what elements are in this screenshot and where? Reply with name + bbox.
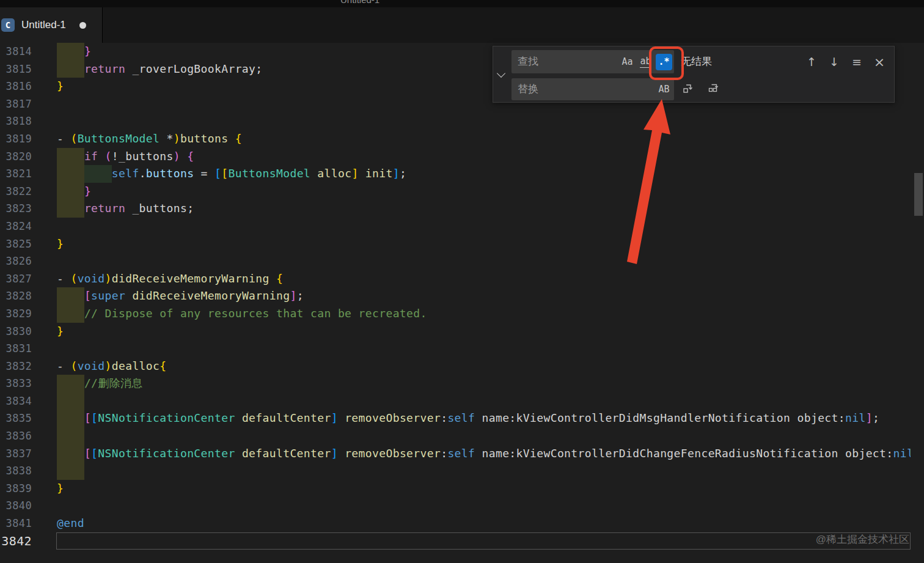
- find-previous-button[interactable]: ↑: [804, 54, 819, 69]
- replace-icon: [683, 83, 694, 94]
- code-line[interactable]: 3835 [[NSNotificationCenter defaultCente…: [0, 410, 924, 427]
- close-find-button[interactable]: ×: [872, 54, 887, 69]
- line-number[interactable]: 3837: [0, 445, 32, 463]
- line-number[interactable]: 3829: [0, 305, 32, 323]
- line-number[interactable]: 3820: [0, 148, 32, 166]
- code-line[interactable]: 3832- (void)dealloc{: [0, 358, 924, 375]
- line-number[interactable]: 3819: [0, 130, 32, 148]
- code-line-text: [57, 462, 911, 480]
- code-line[interactable]: 3826: [0, 252, 924, 270]
- vscode-window: Untitled-1 C Untitled-1 3814 }3815 retur…: [0, 0, 924, 563]
- code-line[interactable]: 3822 }: [0, 183, 924, 201]
- code-line[interactable]: 3828 [super didReceiveMemoryWarning];: [0, 287, 924, 305]
- line-number[interactable]: 3817: [0, 95, 32, 113]
- arrow-down-icon: ↓: [829, 55, 839, 68]
- line-number[interactable]: 3824: [0, 218, 32, 235]
- line-number[interactable]: 3828: [0, 287, 32, 305]
- code-line[interactable]: 3819- (ButtonsModel *)buttons {: [0, 130, 924, 148]
- line-number[interactable]: 3830: [0, 323, 32, 340]
- replace-all-icon: [708, 83, 719, 94]
- toggle-replace-button[interactable]: [493, 46, 509, 102]
- line-number[interactable]: 3823: [0, 200, 32, 218]
- code-line-text: [57, 218, 911, 235]
- code-line[interactable]: 3829 // Dispose of any resources that ca…: [0, 305, 924, 323]
- find-next-button[interactable]: ↓: [827, 54, 842, 69]
- code-line[interactable]: 3831: [0, 340, 924, 358]
- code-line-text: if (!_buttons) {: [57, 148, 911, 166]
- line-number[interactable]: 3838: [0, 462, 32, 480]
- line-number[interactable]: 3836: [0, 427, 32, 445]
- line-number[interactable]: 3833: [0, 375, 32, 392]
- line-number[interactable]: 3831: [0, 340, 32, 358]
- code-line[interactable]: 3842: [0, 532, 924, 550]
- tab-untitled-1[interactable]: C Untitled-1: [0, 7, 103, 43]
- replace-all-button[interactable]: [706, 81, 721, 95]
- line-number[interactable]: 3814: [0, 43, 32, 61]
- replace-input[interactable]: [512, 83, 656, 95]
- code-line[interactable]: 3821 self.buttons = [[ButtonsModel alloc…: [0, 165, 924, 183]
- code-line[interactable]: 3838: [0, 462, 924, 480]
- line-number[interactable]: 3821: [0, 165, 32, 183]
- close-icon: ×: [874, 54, 885, 70]
- match-case-toggle[interactable]: Aa: [619, 54, 636, 70]
- code-line-text: // Dispose of any resources that can be …: [57, 305, 911, 323]
- code-line-text: [57, 532, 911, 550]
- code-line[interactable]: 3830}: [0, 323, 924, 340]
- code-line-text: self.buttons = [[ButtonsModel alloc] ini…: [57, 165, 911, 183]
- code-line-text: @end: [57, 515, 911, 532]
- code-line-text: [57, 252, 911, 270]
- line-number[interactable]: 3816: [0, 78, 32, 95]
- code-line[interactable]: 3834: [0, 392, 924, 410]
- line-number[interactable]: 3815: [0, 61, 32, 78]
- line-number[interactable]: 3839: [0, 480, 32, 498]
- objective-c-file-icon: C: [1, 18, 15, 32]
- code-line-text: - (void)didReceiveMemoryWarning {: [57, 270, 911, 288]
- preserve-case-toggle[interactable]: AB: [656, 81, 672, 98]
- code-line[interactable]: 3820 if (!_buttons) {: [0, 148, 924, 166]
- title-bar: Untitled-1: [0, 0, 924, 7]
- code-line-text: [57, 392, 911, 410]
- replace-button[interactable]: [681, 81, 695, 95]
- code-line-text: [[NSNotificationCenter defaultCenter] re…: [57, 410, 911, 427]
- tab-label: Untitled-1: [21, 19, 66, 31]
- line-number[interactable]: 3841: [0, 515, 32, 532]
- line-number[interactable]: 3826: [0, 252, 32, 270]
- code-line[interactable]: 3837 [[NSNotificationCenter defaultCente…: [0, 445, 924, 463]
- code-line-text: [super didReceiveMemoryWarning];: [57, 287, 911, 305]
- regex-toggle[interactable]: .*: [656, 54, 672, 70]
- code-line-text: }: [57, 323, 911, 340]
- code-line[interactable]: 3818: [0, 112, 924, 130]
- line-number[interactable]: 3840: [0, 497, 32, 515]
- code-line[interactable]: 3836: [0, 427, 924, 445]
- chevron-down-icon: [497, 68, 505, 77]
- code-line-text: [57, 112, 911, 130]
- whole-word-toggle[interactable]: ab: [637, 54, 654, 70]
- code-line[interactable]: 3823 return _buttons;: [0, 200, 924, 218]
- code-line[interactable]: 3841@end: [0, 515, 924, 532]
- find-field: Aa ab .*: [512, 50, 674, 73]
- find-actions: ↑ ↓ ≡ ×: [804, 50, 887, 73]
- whole-word-icon: ab: [640, 56, 651, 68]
- code-line[interactable]: 3839}: [0, 480, 924, 498]
- line-number[interactable]: 3818: [0, 112, 32, 130]
- code-line-text: [57, 497, 911, 515]
- line-number[interactable]: 3842: [0, 532, 32, 550]
- scrollbar-thumb[interactable]: [914, 173, 923, 216]
- line-number[interactable]: 3832: [0, 358, 32, 375]
- code-line[interactable]: 3825}: [0, 235, 924, 253]
- code-line[interactable]: 3840: [0, 497, 924, 515]
- line-number[interactable]: 3835: [0, 410, 32, 427]
- line-number[interactable]: 3834: [0, 392, 32, 410]
- line-number[interactable]: 3827: [0, 270, 32, 288]
- code-line[interactable]: 3827- (void)didReceiveMemoryWarning {: [0, 270, 924, 288]
- line-number[interactable]: 3822: [0, 183, 32, 201]
- code-line-text: }: [57, 235, 911, 253]
- find-replace-widget: Aa ab .* 无结果 ↑ ↓ ≡ × AB: [493, 46, 895, 103]
- find-results-count: 无结果: [681, 50, 712, 73]
- code-line[interactable]: 3824: [0, 218, 924, 235]
- find-input[interactable]: [512, 56, 619, 68]
- find-in-selection-button[interactable]: ≡: [849, 54, 864, 69]
- code-line[interactable]: 3833 //删除消息: [0, 375, 924, 392]
- unsaved-changes-dot-icon[interactable]: [79, 22, 86, 29]
- line-number[interactable]: 3825: [0, 235, 32, 253]
